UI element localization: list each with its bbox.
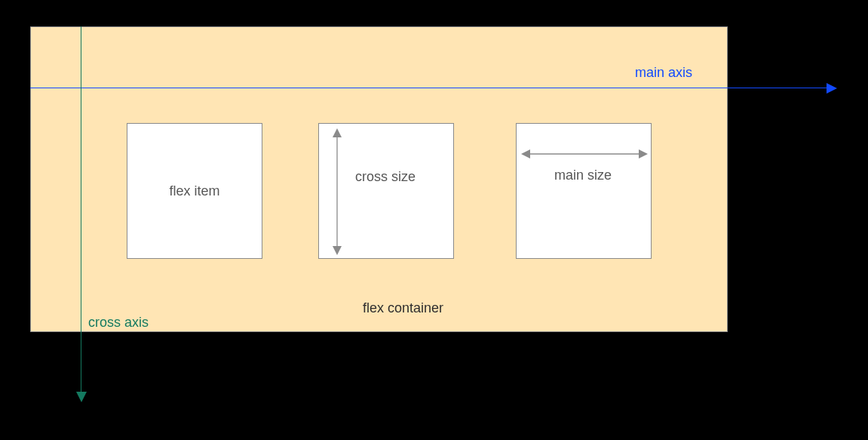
cross-axis-label: cross axis: [88, 315, 149, 331]
main-axis-line: [30, 88, 830, 88]
svg-marker-5: [639, 149, 648, 158]
main-axis-arrowhead-icon: [827, 83, 837, 94]
cross-axis-arrowhead-icon: [76, 392, 87, 402]
flex-item-3: main size: [516, 123, 652, 259]
diagram-stage: flex item cross size main size flex cont…: [0, 0, 868, 440]
main-size-arrow: [521, 146, 648, 162]
svg-marker-2: [333, 246, 342, 255]
cross-size-label: cross size: [355, 169, 416, 185]
flex-item-1: flex item: [127, 123, 262, 259]
flex-container: flex item cross size main size flex cont…: [30, 26, 728, 332]
svg-marker-1: [333, 128, 342, 137]
cross-axis-line: [81, 26, 81, 395]
svg-marker-4: [521, 149, 530, 158]
flex-item-label: flex item: [169, 183, 219, 199]
flex-container-label: flex container: [363, 300, 443, 316]
main-axis-label: main axis: [635, 65, 692, 81]
flex-item-2: cross size: [318, 123, 454, 259]
cross-size-arrow: [330, 128, 345, 255]
main-size-label: main size: [554, 168, 612, 183]
